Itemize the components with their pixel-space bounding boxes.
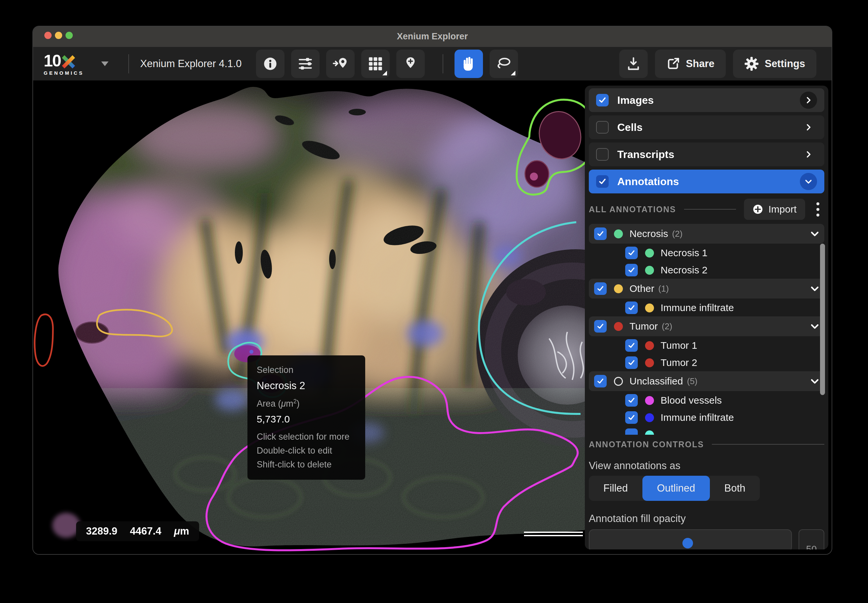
annotation-row-necrosis-1[interactable]: Necrosis 1 — [589, 244, 824, 261]
header-rule — [684, 209, 736, 210]
chevron-down-icon[interactable] — [811, 377, 819, 385]
fill-opacity-slider[interactable] — [589, 529, 792, 549]
group-label: Necrosis — [629, 228, 668, 240]
image-canvas[interactable]: Selection Necrosis 2 Area (μm2) 5,737.0 … — [33, 81, 832, 554]
annotation-row-blood-vessels[interactable]: Blood vessels — [589, 392, 824, 409]
annotation-row-tumor-2[interactable]: Tumor 2 — [589, 354, 824, 371]
import-button[interactable]: Import — [744, 199, 805, 220]
annotation-outline-red[interactable] — [35, 314, 53, 366]
color-dot — [645, 358, 654, 367]
section-transcripts[interactable]: Transcripts — [589, 142, 824, 166]
tumor-1-checkbox[interactable] — [625, 339, 638, 352]
view-annotations-as-label: View annotations as — [589, 460, 824, 472]
toolbar-divider — [129, 54, 129, 73]
share-button[interactable]: Share — [655, 49, 726, 78]
titlebar: Xenium Explorer — [33, 26, 832, 47]
coord-x: 3289.9 — [86, 525, 118, 537]
pan-tool-button[interactable] — [454, 49, 483, 78]
clipped-checkbox[interactable] — [625, 428, 638, 435]
panel-scrollbar[interactable] — [820, 244, 825, 395]
segment-both[interactable]: Both — [710, 476, 760, 501]
settings-button[interactable]: Settings — [733, 49, 817, 78]
tooltip-area-value: 5,737.0 — [257, 411, 356, 427]
annotation-row-immune-infiltrate-other[interactable]: Immune infiltrate — [589, 299, 824, 316]
coord-y: 4467.4 — [130, 525, 161, 537]
group-label: Unclassified — [629, 376, 683, 387]
group-row-other[interactable]: Other (1) — [589, 279, 824, 298]
annotations-menu-button[interactable] — [811, 203, 824, 216]
images-expand-button[interactable] — [800, 91, 817, 109]
add-pin-icon — [403, 56, 418, 71]
section-cells[interactable]: Cells — [589, 115, 824, 139]
segment-outlined[interactable]: Outlined — [642, 476, 710, 501]
fill-opacity-value[interactable]: 50 — [798, 529, 824, 549]
logo-genomics-text: GENOMICS — [44, 70, 84, 76]
all-annotations-title: ALL ANNOTATIONS — [589, 205, 676, 214]
dataset-dropdown-caret[interactable] — [101, 62, 108, 66]
lasso-tool-button[interactable] — [490, 49, 518, 78]
tooltip-title: Selection — [257, 363, 356, 377]
cells-checkbox[interactable] — [596, 121, 609, 134]
tooltip-area-label: Area (μm2) — [257, 397, 356, 411]
annotation-label: Immune infiltrate — [660, 302, 734, 314]
go-to-pin-icon — [332, 56, 348, 72]
display-settings-button[interactable] — [291, 49, 319, 78]
necrosis-1-checkbox[interactable] — [625, 247, 638, 259]
selection-tooltip: Selection Necrosis 2 Area (μm2) 5,737.0 … — [247, 356, 365, 480]
annotation-label: Necrosis 2 — [660, 264, 708, 276]
annotations-collapse-button[interactable] — [800, 173, 817, 190]
necrosis-checkbox[interactable] — [594, 227, 607, 240]
group-count: (2) — [662, 321, 673, 332]
images-checkbox[interactable] — [596, 94, 609, 107]
info-button[interactable] — [256, 49, 284, 78]
section-annotations[interactable]: Annotations — [589, 170, 824, 193]
unclassified-color-dot — [614, 377, 623, 386]
transcripts-expand-button[interactable] — [800, 146, 817, 163]
immune-infiltrate-other-checkbox[interactable] — [625, 302, 638, 314]
annotation-row-tumor-1[interactable]: Tumor 1 — [589, 337, 824, 354]
other-checkbox[interactable] — [594, 282, 607, 295]
chevron-down-icon[interactable] — [811, 229, 819, 238]
annotations-checkbox[interactable] — [596, 175, 609, 188]
group-row-unclassified[interactable]: Unclassified (5) — [589, 371, 824, 391]
toolbar-divider — [443, 54, 443, 73]
section-images[interactable]: Images — [589, 88, 824, 112]
annotation-label: Blood vessels — [660, 395, 722, 406]
cells-expand-button[interactable] — [800, 119, 817, 136]
fill-opacity-row: 50 — [589, 529, 824, 549]
segment-filled[interactable]: Filled — [589, 476, 642, 501]
logo-x-glyph — [61, 54, 76, 69]
color-dot — [645, 413, 654, 422]
app-window: Xenium Explorer 10 GENOMICS Xenium Explo… — [33, 26, 832, 555]
chevron-right-icon — [805, 151, 812, 158]
annotation-row-clipped[interactable] — [589, 426, 824, 435]
blood-vessels-checkbox[interactable] — [625, 394, 638, 407]
slider-thumb[interactable] — [682, 538, 693, 549]
cells-label: Cells — [617, 121, 642, 134]
chevron-down-icon[interactable] — [811, 284, 819, 293]
annotation-row-necrosis-2[interactable]: Necrosis 2 — [589, 261, 824, 279]
unclassified-checkbox[interactable] — [594, 375, 607, 388]
group-row-necrosis[interactable]: Necrosis (2) — [589, 224, 824, 244]
grid-options-corner — [383, 71, 387, 76]
app-version-label: Xenium Explorer 4.1.0 — [140, 58, 242, 70]
other-color-dot — [614, 284, 623, 293]
grid-icon — [368, 57, 383, 71]
chevron-down-icon[interactable] — [811, 322, 819, 331]
info-icon — [263, 57, 277, 71]
tumor-color-dot — [614, 322, 623, 331]
download-button[interactable] — [619, 49, 648, 78]
view-mode-segmented-control: Filled Outlined Both — [589, 476, 760, 501]
necrosis-2-checkbox[interactable] — [625, 264, 638, 277]
go-to-location-button[interactable] — [326, 49, 355, 78]
tumor-checkbox[interactable] — [594, 320, 607, 332]
add-pin-button[interactable] — [396, 49, 425, 78]
grid-view-button[interactable] — [361, 49, 390, 78]
annotation-row-immune-infiltrate-unclassified[interactable]: Immune infiltrate — [589, 409, 824, 426]
group-row-tumor[interactable]: Tumor (2) — [589, 316, 824, 336]
annotation-label: Tumor 1 — [660, 340, 697, 351]
transcripts-checkbox[interactable] — [596, 148, 609, 161]
immune-infiltrate-unclassified-checkbox[interactable] — [625, 411, 638, 424]
lasso-icon — [496, 56, 512, 71]
tumor-2-checkbox[interactable] — [625, 356, 638, 369]
